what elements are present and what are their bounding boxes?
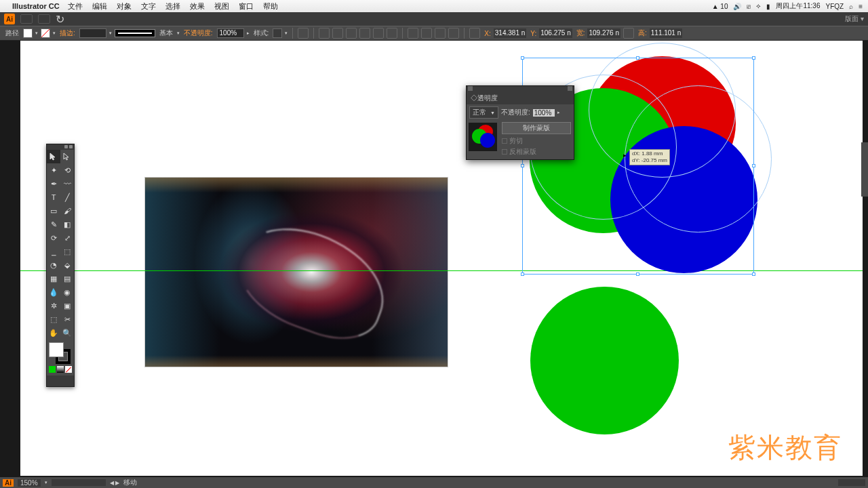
paintbrush-tool[interactable]: 🖌 [60, 204, 74, 218]
gradient-tool[interactable]: ▤ [60, 272, 74, 285]
pen-tool[interactable]: ✒ [47, 177, 60, 190]
free-transform-tool[interactable]: ⬚ [60, 245, 74, 258]
eraser-tool[interactable]: ◧ [60, 218, 74, 231]
circle-green-bottom[interactable] [530, 287, 679, 434]
user-label[interactable]: YFQZ [825, 3, 844, 10]
graph-tool[interactable]: ▣ [60, 299, 74, 312]
fill-color[interactable] [49, 342, 64, 357]
screen-icon[interactable]: ⎚ [747, 3, 751, 10]
symbol-sprayer-tool[interactable]: ✲ [47, 299, 60, 312]
artboard-tool[interactable]: ⬚ [47, 312, 60, 326]
selection-tool[interactable] [47, 150, 60, 163]
bridge-button[interactable] [20, 14, 33, 24]
menu-select[interactable]: 选择 [165, 1, 180, 12]
distribute-3[interactable] [435, 28, 446, 39]
perspective-tool[interactable]: ⬙ [60, 258, 74, 272]
make-mask-button[interactable]: 制作蒙版 [502, 122, 571, 134]
screen-mode[interactable] [47, 375, 74, 386]
panel-opacity-input[interactable]: 100% [533, 109, 555, 117]
menu-extra-icon[interactable]: ≡ [859, 3, 863, 10]
x-value[interactable]: 314.381 n [494, 28, 527, 38]
width-tool[interactable]: ⎯ [47, 245, 60, 258]
menu-file[interactable]: 文件 [68, 1, 83, 12]
distribute-1[interactable] [408, 28, 418, 39]
w-value[interactable]: 109.276 n [587, 28, 620, 38]
menu-object[interactable]: 对象 [117, 1, 132, 12]
align-5[interactable] [373, 28, 384, 39]
stroke-weight-input[interactable] [79, 28, 106, 38]
clip-checkbox[interactable]: 剪切 [502, 136, 571, 146]
volume-icon[interactable]: 🔊 [733, 3, 741, 10]
transparency-thumbnail[interactable] [469, 123, 497, 151]
distribute-4[interactable] [448, 28, 459, 39]
arrange-button[interactable] [38, 14, 50, 24]
type-tool[interactable]: T [47, 190, 60, 204]
rotate-tool[interactable]: ⟳ [47, 231, 60, 245]
transparency-panel[interactable]: ◇透明度 正常▼ 不透明度: 100% ▸ 制作蒙版 剪切 反相蒙版 [466, 85, 574, 160]
sync-icon[interactable]: ↻ [56, 13, 64, 26]
magic-wand-tool[interactable]: ✦ [47, 163, 60, 177]
canvas[interactable]: ▸ dX: 1.88 mm dY: -20.75 mm 紫米教育 [20, 41, 863, 476]
direct-selection-tool[interactable] [60, 150, 74, 163]
adobe-tray-icon[interactable]: ▲ 10 [712, 3, 728, 10]
scrollbar-h[interactable] [838, 479, 865, 486]
h-value[interactable]: 111.101 n [650, 28, 683, 38]
battery-icon[interactable]: ▮ [766, 3, 770, 10]
toolbox-header[interactable] [47, 144, 74, 150]
menu-window[interactable]: 窗口 [239, 1, 254, 12]
stroke-swatch[interactable] [41, 28, 50, 38]
invert-mask-checkbox[interactable]: 反相蒙版 [502, 147, 571, 157]
stroke-label[interactable]: 描边: [60, 28, 75, 38]
wifi-icon[interactable]: ⟡ [756, 2, 761, 10]
align-3[interactable] [346, 28, 357, 39]
y-value[interactable]: 106.275 n [539, 28, 572, 38]
search-icon[interactable]: ⌕ [849, 3, 853, 10]
opacity-label[interactable]: 不透明度: [184, 28, 213, 38]
align-2[interactable] [332, 28, 343, 39]
link-wh-icon[interactable] [623, 28, 634, 39]
artboard-nav[interactable] [52, 479, 106, 486]
menu-help[interactable]: 帮助 [263, 1, 278, 12]
distribute-2[interactable] [421, 28, 432, 39]
brush-preset[interactable]: 基本 [159, 28, 173, 38]
align-1[interactable] [319, 28, 330, 39]
color-mode-gradient[interactable] [57, 366, 64, 373]
curvature-tool[interactable]: 〰 [60, 177, 74, 190]
zoom-level[interactable]: 150% [18, 479, 41, 487]
slice-tool[interactable]: ✂ [60, 312, 74, 326]
scale-tool[interactable]: ⤢ [60, 231, 74, 245]
stroke-profile[interactable] [115, 29, 155, 37]
color-mode-none[interactable] [65, 366, 72, 373]
zoom-tool[interactable]: 🔍 [60, 326, 74, 340]
blend-mode-dropdown[interactable]: 正常▼ [469, 106, 498, 119]
transform-anchor[interactable] [469, 28, 480, 39]
color-mode-solid[interactable] [49, 366, 56, 373]
placed-image[interactable] [144, 177, 448, 367]
lasso-tool[interactable]: ⟲ [60, 163, 74, 177]
menu-type[interactable]: 文字 [141, 1, 156, 12]
line-tool[interactable]: ╱ [60, 190, 74, 204]
menu-view[interactable]: 视图 [214, 1, 229, 12]
menu-edit[interactable]: 编辑 [92, 1, 107, 12]
menu-effect[interactable]: 效果 [190, 1, 205, 12]
app-name[interactable]: Illustrator CC [12, 2, 60, 10]
align-6[interactable] [387, 28, 397, 39]
align-4[interactable] [359, 28, 370, 39]
fill-stroke-control[interactable] [49, 342, 71, 364]
fill-swatch[interactable] [23, 28, 33, 38]
opacity-input[interactable]: 100% [217, 28, 244, 38]
panel-dock[interactable] [861, 142, 868, 197]
style-swatch[interactable] [273, 28, 282, 38]
rectangle-tool[interactable]: ▭ [47, 204, 60, 218]
shape-builder-tool[interactable]: ◔ [47, 258, 60, 272]
panel-close-icon[interactable] [468, 86, 473, 91]
panel-menu-icon[interactable] [568, 86, 572, 91]
clock[interactable]: 周四上午11:36 [776, 1, 820, 11]
workspace-switcher[interactable]: 版面 ▾ [845, 14, 864, 24]
blend-tool[interactable]: ◉ [60, 285, 74, 299]
eyedropper-tool[interactable]: 💧 [47, 285, 60, 299]
mesh-tool[interactable]: ▦ [47, 272, 60, 285]
hand-tool[interactable]: ✋ [47, 326, 60, 340]
pencil-tool[interactable]: ✎ [47, 218, 60, 231]
recolor-button[interactable] [298, 28, 309, 39]
